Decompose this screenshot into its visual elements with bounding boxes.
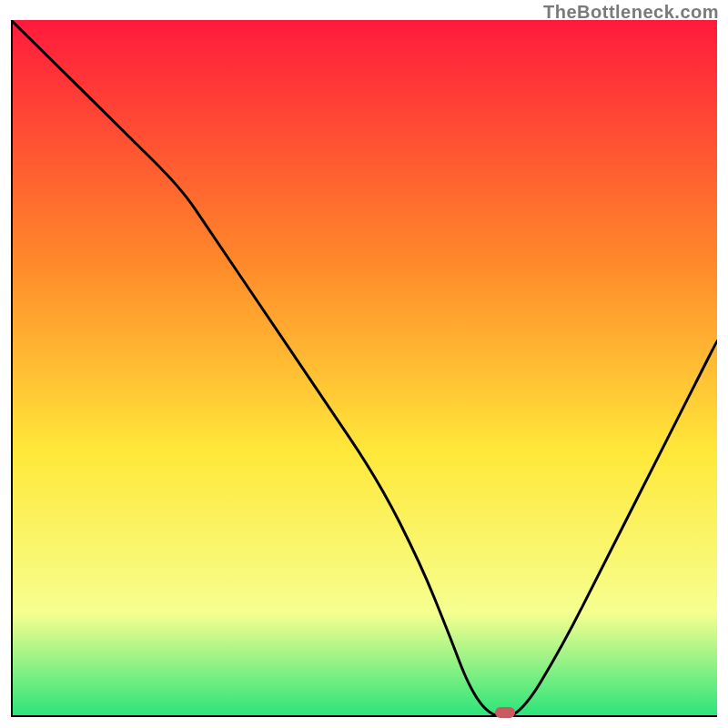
bottleneck-curve bbox=[11, 20, 717, 717]
chart-root: TheBottleneck.com bbox=[0, 0, 728, 728]
plot-svg bbox=[11, 20, 717, 717]
plot-area bbox=[11, 20, 717, 717]
optimal-marker bbox=[495, 707, 515, 718]
